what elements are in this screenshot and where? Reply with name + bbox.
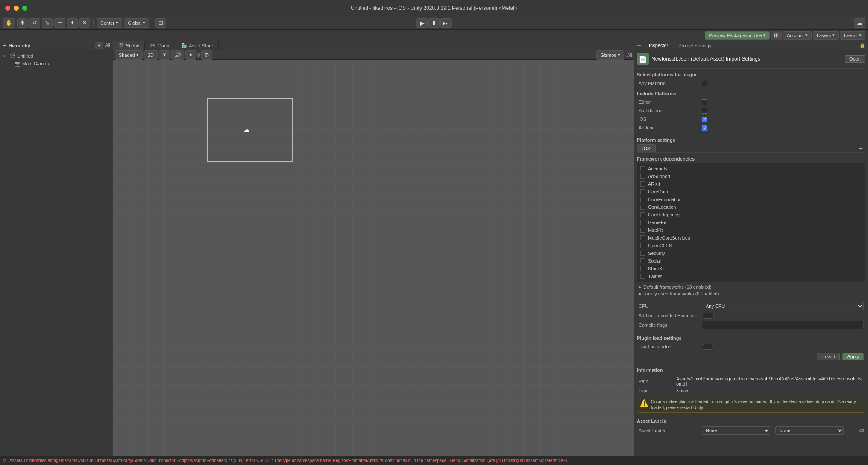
fw-accounts-cb[interactable] — [640, 166, 645, 171]
fw-security-cb[interactable] — [640, 251, 645, 256]
hier-options[interactable]: ⋯ — [105, 54, 109, 58]
fw-adsupport-cb[interactable] — [640, 174, 645, 179]
layers-label: Layers — [817, 33, 831, 38]
multi-tool[interactable]: ✦ — [67, 18, 78, 28]
assetbundle-variant-select[interactable]: None — [775, 426, 844, 435]
account-arrow: ▾ — [805, 32, 808, 38]
platform-settings-title: Platform settings — [637, 137, 865, 143]
move-tool[interactable]: ✥ — [17, 18, 28, 28]
grid-button[interactable]: ⊞ — [155, 18, 166, 28]
scene-viewport[interactable]: ☁ — [113, 60, 634, 465]
fw-storekit-cb[interactable] — [640, 266, 645, 271]
inspector-lock[interactable]: 🔒 — [859, 43, 868, 48]
fw-corefoundation-cb[interactable] — [640, 197, 645, 202]
path-label: Path — [639, 379, 673, 384]
standalone-checkbox[interactable] — [702, 108, 707, 114]
fw-mapkit-label: MapKit — [648, 228, 663, 233]
services-button[interactable]: ⊞ — [771, 31, 782, 40]
hier-item-untitled[interactable]: ▾ 🎬 Untitled ⋯ — [0, 52, 113, 60]
tab-asset-label: Asset Store — [189, 43, 213, 48]
tab-game-icon: 🎮 — [150, 43, 156, 48]
android-checkbox[interactable]: ✓ — [702, 125, 707, 131]
editor-checkbox[interactable] — [702, 99, 707, 105]
tab-scene[interactable]: 🎬 Scene — [113, 41, 145, 50]
step-button[interactable]: ⏭ — [440, 18, 452, 28]
minimize-button[interactable] — [14, 6, 19, 11]
embedded-label: Add to Embedded Binaries — [639, 313, 698, 318]
2d-button[interactable]: 2D — [144, 50, 158, 60]
fw-opengles-cb[interactable] — [640, 243, 645, 248]
scene-toolbar: Shaded ▾ 2D ☀ 🔊 ✦ 0 ⚙ Gizmos ▾ All — [113, 50, 634, 60]
fw-coretelephony-cb[interactable] — [640, 212, 645, 217]
apply-button[interactable]: Apply — [842, 353, 864, 360]
ios-label: iOS — [639, 117, 698, 122]
preview-packages-button[interactable]: Preview Packages in Use ▾ — [705, 31, 770, 40]
audio-button[interactable]: 🔊 — [171, 50, 184, 60]
tab-project-settings[interactable]: Project Settings — [673, 41, 716, 50]
rect-tool[interactable]: ▭ — [54, 18, 65, 28]
center-button[interactable]: Center ▾ — [97, 18, 122, 28]
hierarchy-add-btn[interactable]: + — [95, 42, 103, 49]
embedded-toggle[interactable] — [702, 313, 714, 319]
fw-corelocation-cb[interactable] — [640, 205, 645, 210]
rarely-used-arrow: ▶ — [639, 292, 642, 296]
open-button[interactable]: Open — [845, 55, 865, 63]
light-button[interactable]: ☀ — [159, 50, 170, 60]
load-startup-toggle[interactable] — [702, 344, 714, 350]
scene-game-rect — [207, 98, 293, 162]
tab-asset-store[interactable]: 🏪 Asset Store — [176, 41, 219, 50]
vfx-button[interactable]: ✦ — [185, 50, 196, 60]
revert-button[interactable]: Revert — [817, 353, 840, 360]
default-frameworks-row[interactable]: ▶ Default frameworks (13 enabled) — [637, 284, 865, 290]
close-button[interactable] — [5, 6, 10, 11]
fw-twitter-cb[interactable] — [640, 274, 645, 279]
play-button[interactable]: ▶ — [416, 18, 428, 28]
ios-checkbox[interactable]: ✓ — [702, 117, 707, 122]
rotate-tool[interactable]: ↺ — [29, 18, 40, 28]
assetbundle-select[interactable]: None — [702, 426, 770, 435]
maximize-button[interactable] — [22, 6, 27, 11]
fw-twitter: Twitter — [637, 272, 865, 280]
android-label: Android — [639, 125, 698, 130]
tab-inspector[interactable]: Inspector — [644, 41, 673, 50]
platform-tab-ios[interactable]: iOS — [637, 144, 656, 152]
preview-packages-label: Preview Packages in Use — [709, 33, 762, 38]
fw-twitter-label: Twitter — [648, 274, 662, 279]
collab-button[interactable]: ☁ — [854, 18, 865, 28]
select-platforms-title: Select platforms for plugin — [637, 72, 865, 77]
shaded-dropdown[interactable]: Shaded ▾ — [115, 50, 143, 60]
layers-button[interactable]: Layers ▾ — [813, 31, 839, 40]
asset-labels-icon[interactable]: 🏷 — [859, 428, 864, 433]
pause-button[interactable]: ⏸ — [428, 18, 440, 28]
gizmos-arrow: ▾ — [618, 52, 620, 58]
any-platform-checkbox[interactable] — [702, 81, 707, 86]
custom-tool[interactable]: ✕ — [79, 18, 90, 28]
compile-flags-input[interactable] — [702, 321, 864, 329]
error-text: Assets/ThirdParties/amagameframeworksub/… — [9, 458, 567, 463]
fw-social-label: Social — [648, 258, 661, 263]
hierarchy-icon: ☰ — [3, 43, 7, 48]
fw-security-label: Security — [648, 251, 665, 256]
fw-coredata-cb[interactable] — [640, 189, 645, 194]
tab-game[interactable]: 🎮 Game — [145, 41, 176, 50]
fw-social-cb[interactable] — [640, 258, 645, 263]
shaded-label: Shaded — [119, 53, 135, 58]
gizmos-button[interactable]: Gizmos ▾ — [596, 50, 624, 60]
global-button[interactable]: Global ▾ — [124, 18, 149, 28]
fw-arkit-cb[interactable] — [640, 181, 645, 187]
fw-gamekit-cb[interactable] — [640, 220, 645, 225]
rarely-used-row[interactable]: ▶ Rarely used frameworks (0 enabled) — [637, 290, 865, 297]
fw-mapkit-cb[interactable] — [640, 228, 645, 233]
hand-tool[interactable]: ✋ — [3, 18, 15, 28]
path-row: Path Assets/ThirdParties/amagameframewor… — [637, 375, 865, 387]
cpu-select[interactable]: Any CPU — [702, 302, 864, 310]
scene-settings[interactable]: ⚙ — [201, 50, 212, 60]
fw-mobilecoreservices-cb[interactable] — [640, 235, 645, 240]
scale-tool[interactable]: ⤡ — [42, 18, 53, 28]
cpu-row: CPU Any CPU — [637, 301, 865, 311]
platform-add-button[interactable]: + — [856, 144, 865, 152]
account-button[interactable]: Account ▾ — [783, 31, 812, 40]
layout-button[interactable]: Layout ▾ — [840, 31, 865, 40]
asset-icon: 📄 — [637, 53, 649, 65]
hier-item-maincamera[interactable]: 📷 Main Camera — [0, 60, 113, 67]
